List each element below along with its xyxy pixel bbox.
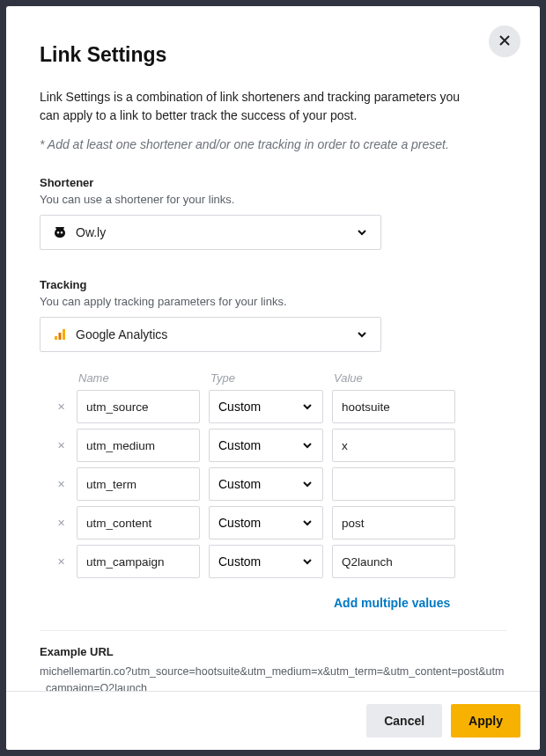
tracking-label: Tracking bbox=[40, 278, 506, 291]
page-title: Link Settings bbox=[40, 43, 506, 67]
param-row: ✕Custom bbox=[54, 467, 506, 501]
shortener-dropdown[interactable]: Ow.ly bbox=[40, 215, 381, 250]
shortener-label: Shortener bbox=[40, 176, 506, 189]
param-value-input[interactable] bbox=[332, 467, 455, 501]
param-header: Name Type Value bbox=[54, 371, 506, 385]
hint-text: * Add at least one shortener and/or one … bbox=[40, 137, 506, 151]
param-name-input[interactable] bbox=[77, 506, 200, 539]
remove-param-icon[interactable]: ✕ bbox=[54, 556, 68, 568]
param-type-dropdown[interactable]: Custom bbox=[209, 467, 323, 501]
col-value: Value bbox=[334, 371, 457, 385]
param-row: ✕Custom bbox=[54, 429, 506, 462]
param-name-input[interactable] bbox=[77, 545, 200, 578]
param-value-input[interactable] bbox=[332, 390, 455, 423]
param-value-input[interactable] bbox=[332, 429, 455, 462]
svg-rect-1 bbox=[59, 333, 62, 340]
chevron-down-icon bbox=[301, 555, 314, 568]
cancel-button[interactable]: Cancel bbox=[366, 704, 442, 738]
example-url-label: Example URL bbox=[40, 645, 506, 658]
add-multiple-values-link[interactable]: Add multiple values bbox=[334, 596, 450, 610]
remove-param-icon[interactable]: ✕ bbox=[54, 479, 68, 490]
chevron-down-icon bbox=[301, 478, 314, 490]
close-button[interactable] bbox=[489, 26, 520, 57]
param-row: ✕Custom bbox=[54, 390, 506, 423]
param-value-input[interactable] bbox=[332, 545, 455, 578]
param-type-dropdown[interactable]: Custom bbox=[209, 545, 323, 578]
modal-footer: Cancel Apply bbox=[6, 691, 540, 750]
owly-icon bbox=[53, 225, 67, 239]
remove-param-icon[interactable]: ✕ bbox=[54, 517, 68, 529]
close-icon bbox=[498, 34, 511, 49]
chevron-down-icon bbox=[356, 226, 368, 239]
tracking-dropdown[interactable]: Google Analytics bbox=[40, 317, 381, 352]
param-name-input[interactable] bbox=[77, 467, 200, 501]
param-row: ✕Custom bbox=[54, 506, 506, 539]
shortener-selected: Ow.ly bbox=[76, 225, 106, 239]
link-settings-modal: Link Settings Link Settings is a combina… bbox=[6, 6, 540, 750]
google-analytics-icon bbox=[53, 327, 67, 341]
svg-rect-0 bbox=[55, 336, 57, 340]
tracking-params: Name Type Value ✕Custom✕Custom✕Custom✕Cu… bbox=[40, 371, 506, 611]
param-type-dropdown[interactable]: Custom bbox=[209, 390, 323, 423]
intro-text: Link Settings is a combination of link s… bbox=[40, 88, 480, 125]
param-row: ✕Custom bbox=[54, 545, 506, 578]
param-value-input[interactable] bbox=[332, 506, 455, 539]
tracking-selected: Google Analytics bbox=[76, 327, 167, 341]
apply-button[interactable]: Apply bbox=[451, 704, 520, 738]
col-type: Type bbox=[210, 371, 325, 385]
param-type-dropdown[interactable]: Custom bbox=[209, 429, 323, 462]
divider bbox=[40, 630, 506, 631]
chevron-down-icon bbox=[301, 400, 314, 413]
shortener-sub: You can use a shortener for your links. bbox=[40, 193, 506, 206]
param-name-input[interactable] bbox=[77, 390, 200, 423]
svg-rect-2 bbox=[63, 329, 65, 340]
chevron-down-icon bbox=[301, 439, 314, 451]
remove-param-icon[interactable]: ✕ bbox=[54, 401, 68, 413]
col-name: Name bbox=[78, 371, 202, 385]
param-name-input[interactable] bbox=[77, 429, 200, 462]
chevron-down-icon bbox=[301, 517, 314, 529]
remove-param-icon[interactable]: ✕ bbox=[54, 440, 68, 451]
chevron-down-icon bbox=[356, 328, 368, 341]
tracking-sub: You can apply tracking parameters for yo… bbox=[40, 295, 506, 308]
param-type-dropdown[interactable]: Custom bbox=[209, 506, 323, 539]
